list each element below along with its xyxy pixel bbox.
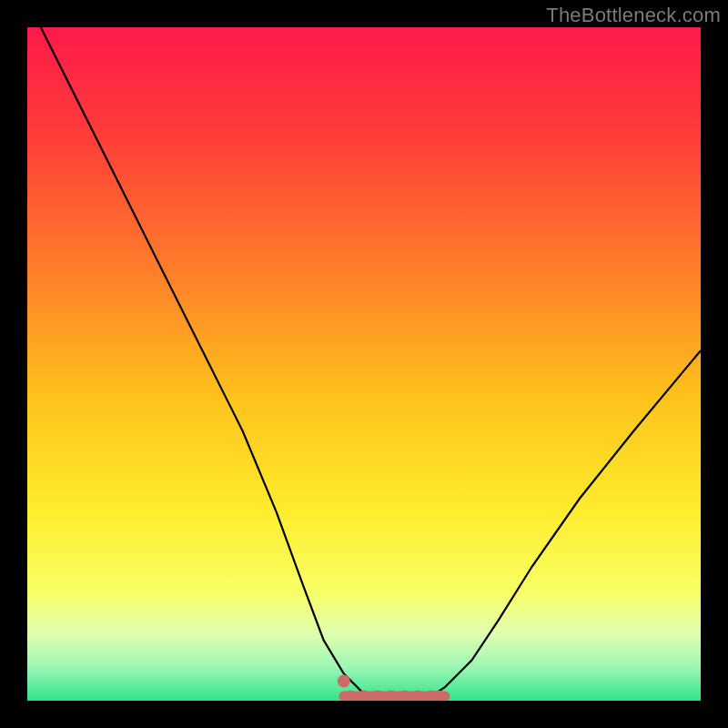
isolated-marker [338,675,350,688]
watermark-text: TheBottleneck.com [546,4,721,27]
chart-svg [27,27,701,701]
plot-area [27,27,701,701]
chart-frame: TheBottleneck.com [0,0,728,728]
gradient-bg [27,27,701,701]
